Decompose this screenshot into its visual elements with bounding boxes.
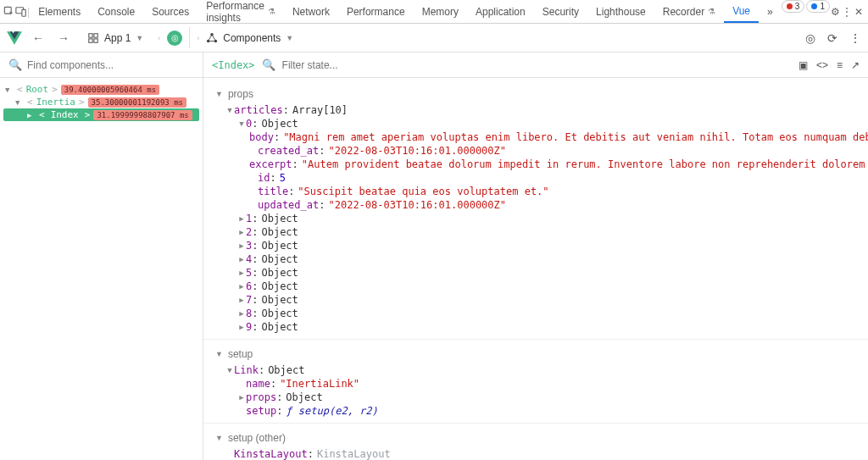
app-selector[interactable]: App 1 ▼ [80, 29, 151, 47]
section-setup-other[interactable]: ▼setup (other) [203, 429, 868, 447]
prop-articles-1[interactable]: ▶1: Object [203, 212, 868, 225]
kebab-menu-icon[interactable]: ⋮ [849, 31, 861, 45]
close-icon[interactable]: ✕ [853, 0, 865, 23]
prop-id[interactable]: id: 5 [203, 171, 868, 185]
prop-articles-7[interactable]: ▶7: Object [203, 293, 868, 307]
inspect-element-icon[interactable] [3, 0, 15, 23]
refresh-icon[interactable]: ⟳ [827, 31, 837, 45]
tree-node-inertia[interactable]: ▼ <Inertia> 35.30000001192093 ms [3, 96, 199, 108]
perf-badge: 31.19999998807907 ms [93, 110, 192, 120]
find-components-input[interactable] [27, 59, 194, 71]
caret-right-icon[interactable]: ▶ [27, 111, 36, 119]
target-icon[interactable]: ◎ [805, 31, 815, 45]
components-dropdown-label: Components [223, 32, 281, 44]
prop-articles[interactable]: ▼articles: Array[10] [203, 103, 868, 117]
section-setup[interactable]: ▼setup [203, 345, 868, 363]
inspector-breadcrumb: <Index> [212, 59, 255, 71]
tab-application[interactable]: Application [467, 0, 534, 23]
open-external-icon[interactable]: ↗ [851, 59, 860, 71]
show-code-icon[interactable]: <> [816, 59, 828, 71]
components-dropdown[interactable]: Components ▼ [206, 32, 293, 44]
app-selector-label: App 1 [104, 32, 131, 44]
caret-down-icon[interactable]: ▼ [5, 86, 14, 94]
tab-elements[interactable]: Elements [30, 0, 89, 23]
prop-body[interactable]: body: "Magni rem amet aperiam voluptas e… [203, 130, 868, 144]
tab-sources[interactable]: Sources [143, 0, 198, 23]
prop-title[interactable]: title: "Suscipit beatae quia eos volupta… [203, 185, 868, 198]
message-badge[interactable]: 1 [806, 0, 830, 13]
flask-icon: ⚗ [708, 7, 715, 16]
svg-rect-2 [22, 9, 25, 16]
caret-down-icon[interactable]: ▼ [15, 98, 24, 107]
tree-node-root[interactable]: ▼ <Root> 39.40000005960464 ms [3, 83, 199, 96]
more-tabs[interactable]: » [759, 0, 782, 23]
inspector-compass-icon[interactable]: ◎ [167, 30, 182, 46]
component-detail: ▼props ▼articles: Array[10] ▼0: Object b… [203, 78, 868, 460]
setup-other-kinstalayout[interactable]: KinstaLayout: KinstaLayout [203, 447, 868, 460]
section-props[interactable]: ▼props [203, 85, 868, 103]
prop-articles-9[interactable]: ▶9: Object [203, 320, 868, 334]
tab-performance-insights[interactable]: Performance insights⚗ [198, 0, 284, 23]
tab-security[interactable]: Security [534, 0, 587, 23]
setup-link-props[interactable]: ▶props: Object [203, 391, 868, 404]
setup-link[interactable]: ▼Link: Object [203, 363, 868, 377]
settings-gear-icon[interactable]: ⚙ [830, 0, 842, 23]
chevron-right-icon: › [197, 34, 199, 42]
tab-recorder[interactable]: Recorder⚗ [654, 0, 724, 23]
prop-articles-8[interactable]: ▶8: Object [203, 307, 868, 320]
scroll-into-view-icon[interactable]: ▣ [798, 59, 808, 71]
search-icon: 🔍 [262, 58, 275, 71]
filter-row: 🔍 <Index> 🔍 ▣ <> ≡ ↗ [0, 53, 868, 78]
menu-icon[interactable]: ≡ [837, 59, 843, 71]
chevron-down-icon: ▼ [286, 34, 293, 42]
nav-back-icon[interactable]: ← [29, 30, 47, 47]
prop-articles-2[interactable]: ▶2: Object [203, 225, 868, 239]
devtools-tabstrip: | ElementsConsoleSourcesPerformance insi… [0, 0, 868, 24]
prop-articles-6[interactable]: ▶6: Object [203, 280, 868, 293]
chevron-right-icon: › [158, 34, 160, 42]
tab-vue[interactable]: Vue [724, 0, 759, 23]
prop-articles-4[interactable]: ▶4: Object [203, 252, 868, 266]
setup-link-setup[interactable]: setup: ƒ setup(e2, r2) [203, 404, 868, 418]
perf-badge: 39.40000005960464 ms [61, 85, 159, 95]
flask-icon: ⚗ [268, 7, 275, 16]
prop-created-at[interactable]: created_at: "2022-08-03T10:16:01.000000Z… [203, 144, 868, 158]
tree-node-index[interactable]: ▶ <Index> 31.19999998807907 ms [3, 108, 199, 121]
error-badge[interactable]: 3 [782, 0, 805, 13]
tab-memory[interactable]: Memory [414, 0, 467, 23]
prop-articles-0[interactable]: ▼0: Object [203, 117, 868, 130]
prop-updated-at[interactable]: updated_at: "2022-08-03T10:16:01.000000Z… [203, 198, 868, 212]
svg-rect-3 [89, 33, 92, 36]
svg-rect-5 [89, 38, 92, 42]
prop-articles-3[interactable]: ▶3: Object [203, 239, 868, 252]
device-toggle-icon[interactable] [15, 0, 27, 23]
tab-lighthouse[interactable]: Lighthouse [587, 0, 654, 23]
perf-badge: 35.30000001192093 ms [88, 97, 186, 108]
nav-forward-icon[interactable]: → [54, 30, 73, 47]
tab-console[interactable]: Console [89, 0, 143, 23]
setup-link-name[interactable]: name: "InertiaLink" [203, 377, 868, 391]
tab-network[interactable]: Network [284, 0, 338, 23]
vue-logo-icon [7, 30, 22, 46]
prop-excerpt[interactable]: excerpt: "Autem provident beatae dolorum… [203, 158, 868, 171]
component-tree: ▼ <Root> 39.40000005960464 ms ▼ <Inertia… [0, 78, 203, 460]
kebab-menu-icon[interactable]: ⋮ [842, 0, 854, 23]
chevron-down-icon: ▼ [136, 34, 143, 42]
svg-rect-6 [94, 38, 97, 42]
vue-toolbar: ← → App 1 ▼ › ◎ › Components ▼ ◎ ⟳ ⋮ [0, 24, 868, 53]
prop-articles-5[interactable]: ▶5: Object [203, 266, 868, 280]
search-icon: 🔍 [8, 58, 22, 71]
tab-performance[interactable]: Performance [338, 0, 414, 23]
filter-state-input[interactable] [282, 59, 792, 71]
svg-rect-4 [94, 33, 97, 36]
